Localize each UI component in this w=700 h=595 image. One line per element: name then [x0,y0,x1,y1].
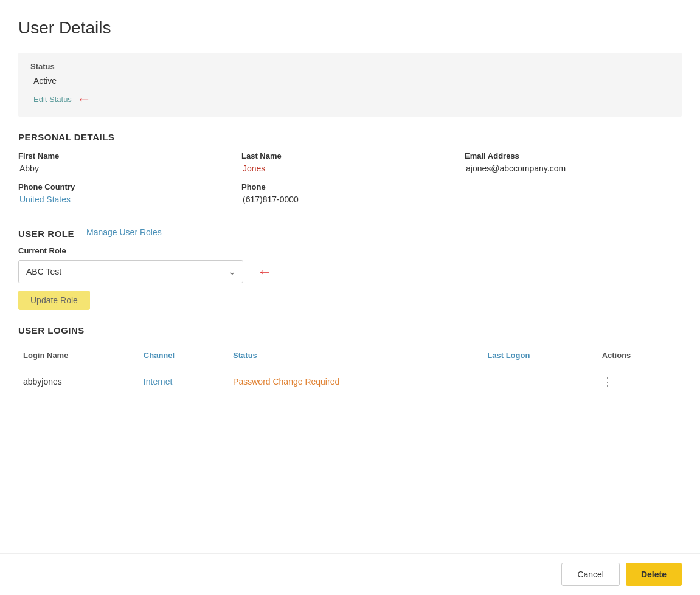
first-name-field: First Name Abby [18,151,235,173]
user-role-header: USER ROLE Manage User Roles [18,225,682,239]
channel-cell[interactable]: Internet [139,366,228,397]
col-last-logon: Last Logon [482,345,597,366]
login-name-cell: abbyjones [18,366,139,397]
phone-field: Phone (617)817-0000 [241,182,459,204]
bottom-actions: Cancel Delete [0,553,700,595]
last-logon-cell [482,366,597,397]
role-dropdown-wrapper: ABC Test ⌄ [18,260,243,283]
cancel-button[interactable]: Cancel [561,563,620,586]
role-dropdown[interactable]: ABC Test [18,260,243,283]
status-cell: Password Change Required [228,366,482,397]
status-label: Status [30,62,670,71]
first-name-value: Abby [18,163,235,173]
phone-country-field: Phone Country United States [18,182,235,204]
last-name-value: Jones [241,163,459,173]
last-name-label: Last Name [241,151,459,160]
role-dropdown-arrow: ← [257,263,272,280]
col-login-name: Login Name [18,345,139,366]
phone-country-label: Phone Country [18,182,235,191]
phone-value: (617)817-0000 [241,194,459,204]
col-channel: Channel [139,345,228,366]
col-status: Status [228,345,482,366]
user-logins-heading: USER LOGINS [18,325,682,335]
logins-table-body: abbyjones Internet Password Change Requi… [18,366,682,397]
update-role-button[interactable]: Update Role [18,291,90,310]
table-row: abbyjones Internet Password Change Requi… [18,366,682,397]
phone-label: Phone [241,182,459,191]
edit-status-link[interactable]: Edit Status [30,95,72,104]
actions-cell[interactable]: ⋮ [597,366,682,397]
phone-country-value: United States [18,194,235,204]
logins-table: Login Name Channel Status Last Logon Act… [18,345,682,397]
status-value: Active [30,76,670,86]
more-actions-icon[interactable]: ⋮ [602,376,614,388]
last-name-field: Last Name Jones [241,151,459,173]
first-name-label: First Name [18,151,235,160]
email-label: Email Address [465,151,682,160]
current-role-label: Current Role [18,246,682,255]
delete-button[interactable]: Delete [626,563,682,586]
manage-roles-link[interactable]: Manage User Roles [86,227,162,237]
personal-details-section: PERSONAL DETAILS First Name Abby Last Na… [18,132,682,210]
email-field: Email Address ajones@abccompany.com [465,151,682,173]
col-actions: Actions [597,345,682,366]
details-grid: First Name Abby Last Name Jones Email Ad… [18,151,682,204]
page-title: User Details [18,18,682,38]
personal-details-heading: PERSONAL DETAILS [18,132,682,142]
status-section: Status Active Edit Status ← [18,53,682,117]
user-role-heading: USER ROLE [18,229,74,239]
user-role-section: USER ROLE Manage User Roles Current Role… [18,225,682,310]
edit-status-arrow: ← [77,91,91,108]
user-logins-section: USER LOGINS Login Name Channel Status La… [18,325,682,397]
logins-table-header: Login Name Channel Status Last Logon Act… [18,345,682,366]
role-select-wrapper: ABC Test ⌄ ← [18,260,682,283]
email-value: ajones@abccompany.com [465,163,682,173]
